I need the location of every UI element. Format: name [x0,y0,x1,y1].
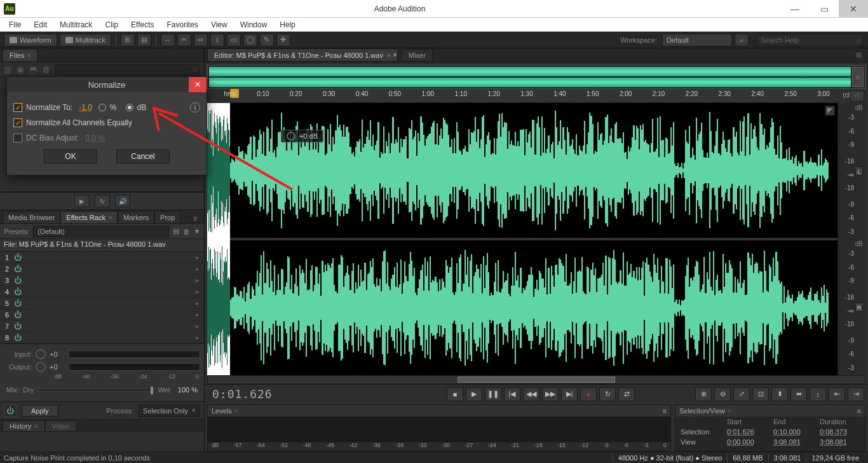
all-channels-checkbox[interactable]: ✓ [13,118,22,127]
stop-button[interactable]: ■ [447,387,463,401]
pin-icon[interactable]: ◤ [825,106,835,116]
scrollbar-thumb[interactable] [458,377,615,383]
zoom-sel-in-button[interactable]: ⇤ [829,387,845,401]
effect-slot[interactable]: 2⏻▸ [0,263,204,275]
zoom-full-button[interactable]: ⤢ [733,387,750,401]
loop-button[interactable]: ↻ [599,387,616,401]
normalize-to-checkbox[interactable]: ✓ [13,103,22,112]
preset-delete-icon[interactable]: 🗑 [183,228,190,235]
menu-favorites[interactable]: Favorites [161,19,205,31]
preview-play-button[interactable]: ▶ [74,195,90,207]
skip-selection-button[interactable]: ⇄ [618,387,635,401]
db-radio[interactable] [126,104,133,111]
timecode-display[interactable]: 0:01.626 [208,387,386,401]
preset-save-icon[interactable]: ▤ [173,227,179,235]
effect-slot[interactable]: 5⏻▸ [0,298,204,309]
menu-multitrack[interactable]: Multitrack [53,19,98,31]
zoom-in-button[interactable]: ⊕ [695,387,712,401]
menu-clip[interactable]: Clip [98,19,125,31]
dialog-close-button[interactable]: ✕ [189,77,207,92]
channel-l-badge[interactable]: L [855,167,863,176]
zoom-sel-out-button[interactable]: ⇥ [848,387,864,401]
files-search[interactable] [55,64,200,76]
presets-select[interactable]: (Default) [33,226,169,237]
timeline-ruler[interactable]: (clip) hms0:100:200:300:400:501:001:101:… [230,89,824,103]
zoom-selection-button[interactable]: ⊡ [752,387,769,401]
sel-end[interactable]: 0:10.000 [773,428,813,436]
view-start[interactable]: 0:00.000 [727,438,767,446]
selection-view-tab[interactable]: Selection/View [679,407,725,415]
effect-slot[interactable]: 7⏻▸ [0,321,204,332]
selview-menu-icon[interactable]: ≡ [857,407,861,415]
effect-slot[interactable]: 1⏻▸ [0,252,204,263]
apply-button[interactable]: Apply [22,405,58,417]
window-minimize-button[interactable]: — [780,0,810,18]
tool-marquee[interactable]: ▭ [227,34,241,46]
menu-view[interactable]: View [205,19,234,31]
rack-power-button[interactable]: ⏻ [4,404,17,417]
effect-slot[interactable]: 4⏻▸ [0,286,204,298]
sel-start[interactable]: 0:01.626 [727,428,767,436]
preview-loop-button[interactable]: ↻ [95,195,110,207]
menu-help[interactable]: Help [273,19,302,31]
horizontal-scrollbar[interactable] [207,375,865,384]
overview-zoom-handle[interactable] [852,67,864,87]
dialog-titlebar[interactable]: Normalize ✕ [7,77,207,92]
close-file-icon[interactable]: 🗑 [42,65,50,74]
ok-button[interactable]: OK [44,149,97,163]
pitch-view-icon[interactable]: ∩ [850,90,864,102]
mix-slider[interactable] [37,389,154,391]
zoom-out-v-button[interactable]: ⬌ [790,387,807,401]
tab-media-browser[interactable]: Media Browser [3,211,60,223]
search-help-input[interactable]: Search Help [756,34,864,46]
multitrack-mode-button[interactable]: Multitrack [60,34,111,46]
tool-slip[interactable]: ⇔ [194,34,208,46]
rewind-button[interactable]: ◀◀ [523,387,539,401]
dc-bias-checkbox[interactable]: ✓ [13,134,22,142]
effect-slot[interactable]: 6⏻▸ [0,309,204,321]
info-icon[interactable]: i [190,102,200,113]
output-knob[interactable] [36,362,46,372]
percent-radio[interactable] [98,104,106,111]
workspace-options-button[interactable]: » [735,34,749,46]
levels-tab[interactable]: Levels [212,407,232,415]
effect-slot[interactable]: 3⏻▸ [0,275,204,286]
effect-slot[interactable]: 8⏻▸ [0,332,204,343]
zoom-in-v-button[interactable]: ⬍ [771,387,788,401]
view-end[interactable]: 3:08.081 [773,438,813,446]
tool-razor[interactable]: ✂ [177,34,191,46]
panel-menu-icon[interactable]: ≡ [189,214,201,223]
tool-time-select[interactable]: I [210,34,224,46]
process-select[interactable]: Selection Only▾ [139,404,200,417]
menu-effects[interactable]: Effects [125,19,160,31]
tab-properties[interactable]: Prop [154,211,180,223]
menu-file[interactable]: File [3,19,27,31]
volume-hud[interactable]: +0 dB [281,130,323,142]
preview-autoplay-button[interactable]: 🔊 [115,195,130,207]
mixer-tab[interactable]: Mixer [402,49,433,62]
overview-waveform[interactable] [207,65,865,89]
cancel-button[interactable]: Cancel [116,149,170,163]
zoom-out-button[interactable]: ⊖ [714,387,731,401]
levels-menu-icon[interactable]: ≡ [663,407,667,415]
editor-file-tab[interactable]: Editor: M$ PuP$ & F1ns & T1One - Розы 48… [207,48,398,62]
tool-spectral-button[interactable]: ▤ [137,34,151,46]
waveform-display[interactable]: +0 dB ◤ dBL-3-6-9-18-∞-18-9-6-3 dBR-3-6-… [207,103,865,375]
tab-video[interactable]: Video [45,420,77,432]
tab-history[interactable]: History× [3,420,45,432]
window-maximize-button[interactable]: ▭ [810,0,839,18]
input-knob[interactable] [36,349,46,359]
view-dur[interactable]: 3:08.081 [820,438,860,446]
waveform-canvas[interactable]: +0 dB ◤ [230,103,837,375]
forward-button[interactable]: ▶▶ [542,387,559,401]
tab-effects-rack[interactable]: Effects Rack× [60,211,118,223]
tool-hud-button[interactable]: ⊞ [121,34,135,46]
volume-knob-icon[interactable] [287,132,295,141]
tool-brush[interactable]: ✎ [260,34,274,46]
normalize-value-input[interactable]: -1,0 [79,103,92,112]
window-close-button[interactable]: ✕ [839,0,868,18]
workspace-select[interactable]: Default [662,34,732,46]
tool-lasso[interactable]: ◯ [243,34,257,46]
pause-button[interactable]: ❚❚ [485,387,501,401]
new-file-icon[interactable]: ▥ [4,65,11,74]
